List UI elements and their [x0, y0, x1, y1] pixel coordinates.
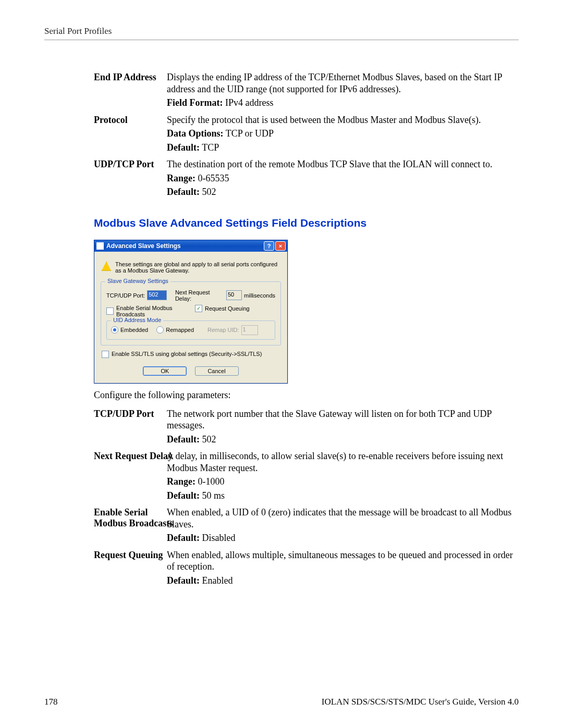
meta-val: 50 ms	[200, 490, 225, 501]
field-row: End IP Address Displays the ending IP ad…	[94, 71, 519, 109]
document-page: Serial Port Profiles End IP Address Disp…	[0, 0, 563, 728]
field-desc: A delay, in milliseconds, to allow seria…	[167, 450, 519, 501]
dialog-body: These settings are global and apply to a…	[94, 252, 287, 383]
field-meta: Range: 0-65535	[167, 172, 519, 184]
field-desc-text: When enabled, allows multiple, simultane…	[167, 550, 513, 572]
ok-button[interactable]: OK	[143, 366, 187, 376]
info-text: These settings are global and apply to a…	[115, 261, 280, 274]
meta-val: 0-65535	[195, 173, 229, 183]
field-desc: Displays the ending IP address of the TC…	[167, 71, 519, 109]
meta-bold: Field Format:	[167, 97, 223, 108]
field-desc: Specify the protocol that is used betwee…	[167, 114, 519, 154]
meta-val: 502	[200, 434, 216, 445]
field-meta: Default: Enabled	[167, 575, 519, 587]
remap-uid-input: 1	[241, 325, 258, 335]
field-desc: When enabled, a UID of 0 (zero) indicate…	[167, 507, 519, 544]
app-icon	[96, 242, 104, 250]
meta-bold: Default:	[167, 575, 200, 586]
field-row: TCP/UDP Port The network port number tha…	[94, 408, 519, 446]
doc-title: IOLAN SDS/SCS/STS/MDC User's Guide, Vers…	[322, 697, 519, 707]
embedded-radio[interactable]	[111, 326, 118, 334]
field-desc-text: The network port number that the Slave G…	[167, 409, 492, 431]
field-meta: Default: TCP	[167, 142, 519, 154]
field-desc: The destination port of the remote Modbu…	[167, 158, 519, 198]
meta-bold: Default:	[167, 490, 200, 501]
meta-val: Enabled	[200, 575, 232, 586]
field-row: Request Queuing When enabled, allows mul…	[94, 549, 519, 587]
uid-address-mode-group: UID Address Mode Embedded Remapped Remap…	[106, 320, 275, 340]
info-row: These settings are global and apply to a…	[102, 261, 280, 274]
field-meta: Field Format: IPv4 address	[167, 97, 519, 109]
tcp-udp-port-label: TCP/UDP Port:	[106, 292, 147, 299]
field-row: UDP/TCP Port The destination port of the…	[94, 158, 519, 198]
field-row: Enable Serial Modbus Broadcasts When ena…	[94, 507, 519, 544]
field-meta: Default: 502	[167, 186, 519, 198]
broadcast-queuing-row: Enable Serial Modbus Broadcasts Request …	[106, 305, 275, 317]
field-desc-text: Displays the ending IP address of the TC…	[167, 72, 502, 94]
section-header: Serial Port Profiles	[44, 26, 519, 40]
page-number: 178	[44, 697, 58, 707]
field-meta: Default: Disabled	[167, 532, 519, 544]
port-row: TCP/UDP Port: 502 Next Request Delay: 50…	[106, 289, 275, 302]
enable-ssl-checkbox[interactable]	[102, 351, 109, 358]
meta-val: Disabled	[200, 533, 235, 543]
field-meta: Default: 50 ms	[167, 490, 519, 502]
remapped-label: Remapped	[166, 327, 194, 333]
request-queuing-label: Request Queuing	[205, 305, 250, 312]
slave-gateway-group: Slave Gateway Settings TCP/UDP Port: 502…	[101, 281, 281, 346]
help-button[interactable]: ?	[264, 241, 274, 251]
field-desc-text: A delay, in milliseconds, to allow seria…	[167, 451, 503, 473]
uid-legend: UID Address Mode	[111, 317, 163, 323]
field-meta: Data Options: TCP or UDP	[167, 128, 519, 140]
warning-icon	[102, 262, 111, 271]
field-desc: The network port number that the Slave G…	[167, 408, 519, 446]
field-desc-text: When enabled, a UID of 0 (zero) indicate…	[167, 507, 511, 529]
meta-val: IPv4 address	[223, 97, 273, 108]
dialog-title: Advanced Slave Settings	[106, 242, 263, 250]
enable-broadcast-checkbox[interactable]	[106, 307, 114, 315]
enable-ssl-label: Enable SSL/TLS using global settings (Se…	[112, 351, 262, 357]
meta-bold: Range:	[167, 476, 195, 487]
field-row: Protocol Specify the protocol that is us…	[94, 114, 519, 154]
meta-bold: Default:	[167, 434, 200, 445]
remapped-radio[interactable]	[156, 326, 164, 334]
next-request-delay-label: Next Request Delay:	[175, 289, 224, 302]
field-desc-text: The destination port of the remote Modbu…	[167, 159, 492, 169]
meta-bold: Default:	[167, 142, 200, 153]
request-queuing-checkbox[interactable]	[195, 305, 202, 312]
uid-radio-row: Embedded Remapped Remap UID: 1	[111, 325, 271, 335]
embedded-label: Embedded	[120, 327, 148, 333]
tcp-udp-port-input[interactable]: 502	[147, 290, 167, 300]
dialog-button-row: OK Cancel	[101, 366, 281, 376]
meta-bold: Range:	[167, 173, 195, 183]
field-label: TCP/UDP Port	[94, 408, 167, 446]
configure-line: Configure the following parameters:	[94, 390, 519, 401]
field-label: UDP/TCP Port	[94, 158, 167, 198]
close-button[interactable]: ×	[275, 241, 286, 251]
field-desc: When enabled, allows multiple, simultane…	[167, 549, 519, 587]
field-row: Next Request Delay A delay, in milliseco…	[94, 450, 519, 501]
next-request-delay-input[interactable]: 50	[226, 290, 242, 300]
field-label: End IP Address	[94, 71, 167, 109]
meta-val: TCP or UDP	[224, 128, 274, 139]
field-label: Protocol	[94, 114, 167, 154]
meta-val: 502	[200, 187, 216, 197]
top-field-table: End IP Address Displays the ending IP ad…	[94, 71, 519, 198]
field-meta: Default: 502	[167, 434, 519, 446]
ssl-row: Enable SSL/TLS using global settings (Se…	[102, 351, 280, 358]
meta-val: TCP	[200, 142, 219, 153]
section-heading: Modbus Slave Advanced Settings Field Des…	[94, 217, 519, 229]
remap-uid-label: Remap UID:	[207, 327, 239, 333]
cancel-button[interactable]: Cancel	[195, 366, 239, 376]
meta-val: 0-1000	[195, 476, 225, 487]
dialog-titlebar[interactable]: Advanced Slave Settings ? ×	[94, 240, 287, 252]
unit-label: milliseconds	[244, 292, 275, 299]
advanced-slave-settings-dialog: Advanced Slave Settings ? × These settin…	[94, 240, 288, 384]
page-footer: 178 IOLAN SDS/SCS/STS/MDC User's Guide, …	[44, 697, 519, 707]
meta-bold: Default:	[167, 187, 200, 197]
enable-broadcast-label: Enable Serial Modbus Broadcasts	[116, 305, 195, 317]
meta-bold: Default:	[167, 533, 200, 543]
group-legend: Slave Gateway Settings	[105, 278, 170, 284]
field-desc-text: Specify the protocol that is used betwee…	[167, 115, 481, 125]
field-meta: Range: 0-1000	[167, 476, 519, 488]
